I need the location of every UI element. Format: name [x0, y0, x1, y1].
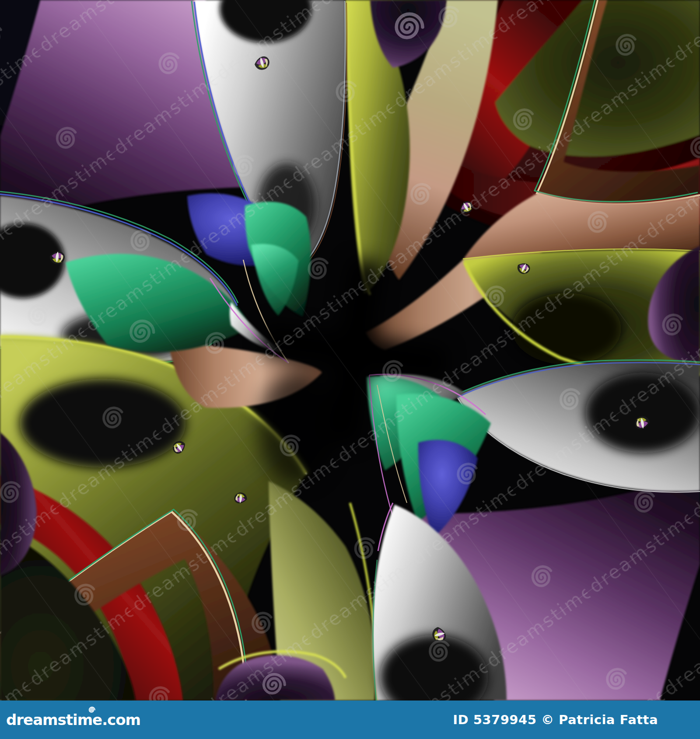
fractal-canvas: dreamstime	[0, 0, 700, 701]
dreamstime-logo-text: dreamstime.com	[6, 711, 140, 729]
watermark-layer	[0, 0, 700, 701]
stock-photo-page: dreamstime	[0, 0, 700, 739]
image-credit: ID 5379945 © Patricia Fatta	[453, 714, 658, 726]
dreamstime-logo: dreamstime.com	[6, 712, 140, 727]
watermark-bar: dreamstime.com ID 5379945 © Patricia Fat…	[0, 701, 700, 739]
dreamstime-spiral-icon	[87, 706, 97, 714]
fractal-artwork: dreamstime	[0, 0, 700, 701]
